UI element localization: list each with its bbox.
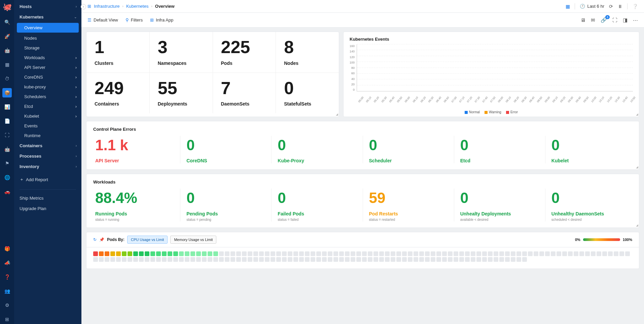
pod-cell[interactable] — [373, 251, 378, 256]
resize-handle-icon[interactable]: ◢ — [636, 224, 638, 227]
stat-daemonsets[interactable]: 7DaemonSets — [213, 73, 276, 114]
clock-icon[interactable]: ⏱ — [2, 74, 12, 83]
pod-cell[interactable] — [236, 257, 241, 262]
pod-cell[interactable] — [305, 251, 310, 256]
pod-cell[interactable] — [282, 257, 287, 262]
pod-cell[interactable] — [128, 257, 132, 262]
pod-cell[interactable] — [476, 257, 481, 262]
pod-cell[interactable] — [110, 251, 115, 256]
pod-cell[interactable] — [185, 251, 189, 256]
pod-cell[interactable] — [150, 251, 155, 256]
rocket-icon[interactable]: 🚀 — [2, 32, 12, 41]
sidebar-sub-overview[interactable]: Overview — [17, 23, 79, 33]
pod-cell[interactable] — [242, 251, 247, 256]
pod-cell[interactable] — [299, 257, 304, 262]
metric-failed-pods[interactable]: 0Failed Podsstatus = failed — [272, 189, 363, 221]
pod-cell[interactable] — [339, 251, 344, 256]
pod-cell[interactable] — [99, 257, 104, 262]
sidebar-inventory[interactable]: Inventory› — [14, 161, 81, 172]
gear-icon[interactable]: ⚙ — [2, 300, 12, 310]
pod-cell[interactable] — [133, 251, 138, 256]
pod-cell[interactable] — [482, 257, 487, 262]
pod-cell[interactable] — [408, 257, 413, 262]
pod-cell[interactable] — [494, 251, 498, 256]
sidebar-sub-storage[interactable]: Storage — [14, 43, 81, 53]
pod-cell[interactable] — [311, 257, 315, 262]
pod-cell[interactable] — [99, 251, 104, 256]
pod-cell[interactable] — [431, 257, 435, 262]
pod-cell[interactable] — [528, 251, 533, 256]
pod-cell[interactable] — [225, 257, 229, 262]
pod-cell[interactable] — [511, 251, 515, 256]
metric-scheduler[interactable]: 0Scheduler — [363, 136, 454, 163]
pod-cell[interactable] — [248, 251, 252, 256]
pod-cell[interactable] — [373, 257, 378, 262]
pod-cell[interactable] — [379, 257, 384, 262]
pod-cell[interactable] — [293, 257, 298, 262]
pod-cell[interactable] — [93, 251, 98, 256]
breadcrumb-kubernetes[interactable]: Kubernetes — [126, 4, 149, 9]
pod-cell[interactable] — [253, 257, 258, 262]
sidebar-kubernetes[interactable]: Kubernetes⌄ — [14, 12, 81, 22]
pod-cell[interactable] — [436, 251, 441, 256]
ship-metrics-link[interactable]: Ship Metrics — [14, 193, 81, 203]
pod-cell[interactable] — [196, 251, 201, 256]
stat-clusters[interactable]: 1Clusters — [86, 32, 150, 73]
pod-cell[interactable] — [248, 257, 252, 262]
pod-cell[interactable] — [333, 257, 338, 262]
dashboard-grid-icon[interactable]: ▦ — [566, 4, 570, 9]
pod-cell[interactable] — [476, 251, 481, 256]
pod-cell[interactable] — [139, 257, 144, 262]
pod-cell[interactable] — [488, 257, 493, 262]
sidebar-processes[interactable]: Processes› — [14, 151, 81, 161]
pod-cell[interactable] — [442, 251, 447, 256]
megaphone-icon[interactable]: 📣 — [2, 258, 12, 268]
stat-namespaces[interactable]: 3Namespaces — [150, 32, 213, 73]
pod-cell[interactable] — [499, 257, 504, 262]
pod-cell[interactable] — [179, 257, 184, 262]
sidebar-sub-workloads[interactable]: Workloads› — [14, 53, 81, 63]
pod-cell[interactable] — [562, 251, 567, 256]
pod-cell[interactable] — [539, 251, 544, 256]
pod-cell[interactable] — [351, 251, 355, 256]
pod-cell[interactable] — [585, 251, 590, 256]
pod-cell[interactable] — [179, 251, 184, 256]
pod-cell[interactable] — [116, 251, 121, 256]
pod-cell[interactable] — [230, 251, 235, 256]
upgrade-plan-link[interactable]: Upgrade Plan — [14, 203, 81, 214]
pod-cell[interactable] — [219, 257, 224, 262]
pod-cell[interactable] — [379, 251, 384, 256]
pod-cell[interactable] — [219, 251, 224, 256]
pod-cell[interactable] — [150, 257, 155, 262]
pod-cell[interactable] — [614, 251, 618, 256]
car-icon[interactable]: 🚗 — [2, 187, 12, 196]
metric-kubelet[interactable]: 0Kubelet — [545, 136, 636, 163]
pod-cell[interactable] — [271, 257, 275, 262]
pod-cell[interactable] — [339, 257, 344, 262]
pod-cell[interactable] — [265, 251, 270, 256]
chart-bars-area[interactable] — [357, 44, 633, 91]
panel-icon[interactable]: ◨ — [623, 17, 628, 23]
pod-cell[interactable] — [362, 251, 367, 256]
metric-running-pods[interactable]: 88.4%Running Podsstatus = running — [89, 189, 180, 221]
pod-cell[interactable] — [396, 257, 401, 262]
metric-unhealty-deployments[interactable]: 0Unhealty Deploymentsavailable < desired — [454, 189, 545, 221]
pod-cell[interactable] — [253, 251, 258, 256]
pod-cell[interactable] — [534, 251, 538, 256]
pod-cell[interactable] — [505, 251, 510, 256]
resize-handle-icon[interactable]: ◢ — [636, 165, 638, 169]
pod-cell[interactable] — [316, 257, 321, 262]
pod-cell[interactable] — [110, 257, 115, 262]
pod-cell[interactable] — [208, 257, 212, 262]
metric-api-server[interactable]: 1.1 kAPI Server — [89, 136, 180, 163]
add-report-button[interactable]: ＋Add Report — [14, 173, 81, 186]
pod-cell[interactable] — [602, 251, 607, 256]
pod-cell[interactable] — [568, 251, 573, 256]
metric-pod-restarts[interactable]: 59Pod Restartsstatus = restarted — [363, 189, 454, 221]
fullscreen-icon[interactable]: ⛶ — [612, 17, 617, 23]
pod-cell[interactable] — [522, 251, 527, 256]
pod-cell[interactable] — [122, 251, 127, 256]
metric-coredns[interactable]: 0CoreDNS — [180, 136, 272, 163]
pod-cell[interactable] — [597, 251, 601, 256]
pod-cell[interactable] — [202, 257, 207, 262]
